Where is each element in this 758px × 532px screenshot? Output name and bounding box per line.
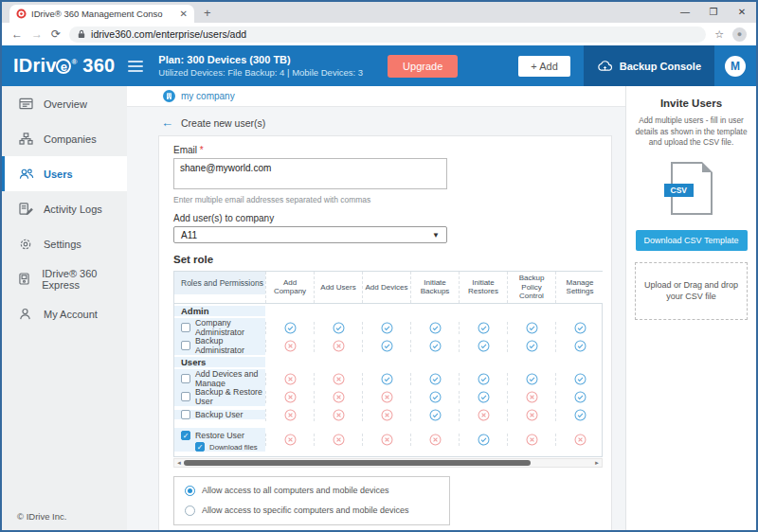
- check-icon: [478, 322, 490, 334]
- role-checkbox[interactable]: ✓: [181, 431, 190, 440]
- cross-icon: [526, 434, 538, 446]
- check-icon: [574, 340, 587, 352]
- permission-cell: [410, 373, 459, 385]
- role-label: Add Devices and Manage: [195, 369, 265, 388]
- upgrade-button[interactable]: Upgrade: [388, 55, 458, 78]
- browser-profile-icon[interactable]: ●: [732, 27, 747, 42]
- check-icon: [429, 409, 442, 421]
- radio-label: Allow access to all computers and mobile…: [202, 486, 389, 495]
- check-icon: [478, 391, 490, 403]
- my-account-icon: [19, 308, 34, 320]
- minimize-icon[interactable]: —: [671, 3, 699, 22]
- sidebar-item-activity-logs[interactable]: Activity Logs: [2, 191, 127, 226]
- check-icon: [478, 340, 490, 352]
- email-field[interactable]: [173, 158, 447, 189]
- permission-cell: [265, 391, 314, 403]
- close-tab-icon[interactable]: ✕: [180, 9, 188, 19]
- app-header: IDrive® 360 Plan: 300 Devices (300 TB) U…: [2, 45, 756, 86]
- permission-cell: [410, 409, 459, 421]
- csv-upload-dropzone[interactable]: Upload or Drag and drop your CSV file: [635, 262, 748, 320]
- back-arrow-icon[interactable]: ←: [161, 115, 173, 130]
- horizontal-scrollbar[interactable]: ◄ ►: [173, 458, 603, 468]
- table-row: ✓Restore User✓Download files: [174, 424, 602, 456]
- forward-icon[interactable]: →: [31, 27, 43, 41]
- role-checkbox[interactable]: [181, 374, 190, 383]
- radio-button[interactable]: [185, 505, 195, 516]
- sidebar-item-settings[interactable]: Settings: [2, 226, 127, 261]
- role-group-label: Admin: [181, 306, 209, 316]
- roles-permissions-table: Roles and PermissionsAdd CompanyAdd User…: [173, 271, 603, 457]
- table-row: Users: [174, 355, 602, 370]
- sub-role-checkbox[interactable]: ✓: [195, 442, 205, 452]
- menu-icon[interactable]: [128, 61, 143, 72]
- close-window-icon[interactable]: ✕: [728, 3, 756, 22]
- utilized-devices-text: Utilized Devices: File Backup: 4 | Mobil…: [158, 67, 363, 80]
- browser-tab[interactable]: IDrive® 360 Management Conso ✕: [9, 5, 194, 23]
- scroll-right-icon[interactable]: ►: [594, 460, 600, 466]
- permission-cell: [362, 391, 410, 403]
- sidebar-item-companies[interactable]: Companies: [2, 121, 127, 156]
- access-option[interactable]: Allow access to specific computers and m…: [185, 505, 439, 516]
- download-csv-template-button[interactable]: Download CSV Template: [636, 230, 748, 251]
- reload-icon[interactable]: ⟳: [51, 27, 61, 41]
- role-checkbox[interactable]: [181, 341, 190, 350]
- access-option[interactable]: Allow access to all computers and mobile…: [185, 486, 439, 496]
- role-label: Backup & Restore User: [195, 387, 265, 406]
- permission-cell: [555, 322, 604, 334]
- scroll-left-icon[interactable]: ◄: [176, 460, 182, 466]
- role-label: Company Administrator: [195, 318, 265, 337]
- role-group-label: Users: [181, 357, 206, 367]
- sidebar-item-idrive-360-express[interactable]: IDrive® 360 Express: [2, 261, 127, 296]
- back-icon[interactable]: ←: [11, 27, 23, 41]
- sidebar-item-users[interactable]: Users: [2, 156, 127, 191]
- bookmark-star-icon[interactable]: ☆: [714, 28, 724, 41]
- idrive-360-logo[interactable]: IDrive® 360: [13, 55, 115, 77]
- radio-button[interactable]: [185, 486, 195, 496]
- favicon-idrive-icon: [16, 9, 27, 19]
- permission-cell: [314, 391, 362, 403]
- company-select[interactable]: A11 ▼: [173, 226, 447, 243]
- role-name-cell: Company Administrator: [174, 318, 265, 337]
- maximize-icon[interactable]: ❐: [699, 3, 728, 22]
- column-header: Backup Policy Control: [507, 272, 555, 303]
- tab-strip: IDrive® 360 Management Conso ✕ + — ❐ ✕: [2, 2, 756, 23]
- cross-icon: [526, 409, 538, 421]
- breadcrumb-company[interactable]: my company: [181, 91, 235, 101]
- role-checkbox[interactable]: [181, 323, 190, 332]
- permission-cell: [410, 340, 459, 352]
- cross-icon: [333, 373, 345, 385]
- settings-icon: [19, 238, 34, 251]
- add-button[interactable]: + Add: [518, 56, 569, 77]
- email-hint: Enter multiple email addresses separated…: [173, 195, 597, 204]
- users-icon: [19, 168, 34, 180]
- permission-cell: [555, 434, 604, 446]
- backup-console-button[interactable]: Backup Console: [584, 45, 714, 86]
- role-checkbox[interactable]: [181, 410, 190, 419]
- url-text: idrive360.com/enterprise/users/add: [91, 28, 246, 40]
- invite-users-description: Add multiple users - fill in user detail…: [635, 115, 748, 149]
- permission-cell: [410, 322, 459, 334]
- csv-badge: CSV: [664, 184, 694, 197]
- breadcrumb: my company: [127, 86, 625, 107]
- plan-text: Plan: 300 Devices (300 TB): [158, 53, 363, 67]
- check-icon: [429, 373, 442, 385]
- column-header: Add Devices: [362, 272, 410, 303]
- column-header: Initiate Restores: [459, 272, 507, 303]
- column-header: Add Users: [314, 272, 362, 303]
- address-field[interactable]: idrive360.com/enterprise/users/add: [69, 27, 706, 43]
- check-icon: [526, 322, 538, 334]
- scrollbar-thumb[interactable]: [184, 460, 531, 466]
- sidebar-item-overview[interactable]: Overview: [2, 86, 127, 121]
- user-avatar[interactable]: M: [725, 56, 746, 77]
- role-checkbox[interactable]: [181, 392, 190, 401]
- sidebar-item-my-account[interactable]: My Account: [2, 296, 127, 331]
- column-header: Initiate Backups: [410, 272, 459, 303]
- check-icon: [429, 340, 442, 352]
- role-name-cell: Backup User: [174, 410, 265, 419]
- permission-cell: [362, 409, 410, 421]
- cross-icon: [526, 391, 538, 403]
- sidebar-item-label: Settings: [44, 239, 81, 250]
- companies-icon: [19, 133, 34, 145]
- cross-icon: [284, 409, 297, 421]
- new-tab-button[interactable]: +: [204, 6, 211, 20]
